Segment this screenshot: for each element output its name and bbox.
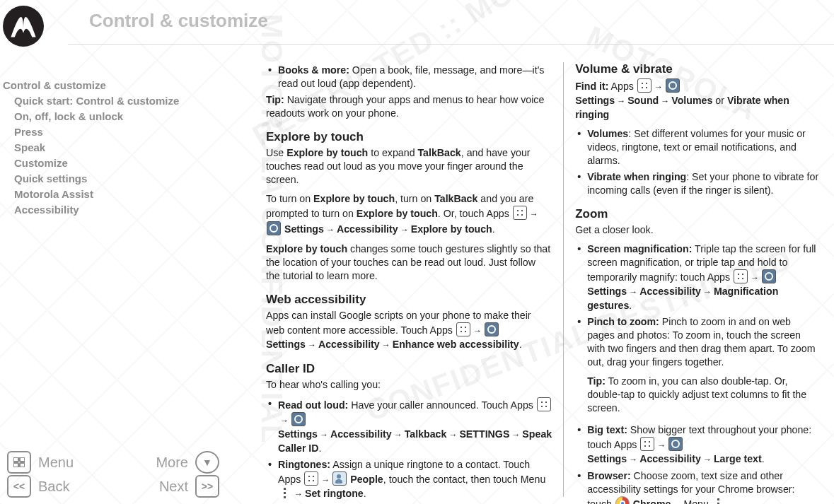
back-label: Back xyxy=(38,479,69,495)
overflow-menu-icon xyxy=(712,498,725,504)
settings-icon xyxy=(267,221,281,235)
svg-rect-0 xyxy=(13,457,18,462)
books-head: Books & more: xyxy=(278,64,349,76)
apps-icon xyxy=(640,437,654,451)
settings-icon xyxy=(291,412,306,426)
menu-button[interactable] xyxy=(7,451,31,474)
caller-intro: To hear who's calling you: xyxy=(266,378,552,392)
tip-body: Navigate through your apps and menus to … xyxy=(266,94,544,119)
caller-heading: Caller ID xyxy=(266,362,552,375)
overflow-menu-icon xyxy=(279,487,291,500)
zoom-heading: Zoom xyxy=(575,207,820,221)
chrome-icon xyxy=(615,496,630,504)
svg-rect-1 xyxy=(20,457,25,462)
sidebar-toc: Control & customizeQuick start: Control … xyxy=(0,78,184,218)
toc-link-8[interactable]: Accessibility xyxy=(0,202,184,218)
settings-icon xyxy=(485,322,499,336)
people-icon xyxy=(332,471,347,486)
back-button[interactable]: << xyxy=(7,475,31,498)
toc-link-6[interactable]: Quick settings xyxy=(0,171,184,187)
next-label: Next xyxy=(159,479,188,495)
apps-icon xyxy=(456,322,470,336)
toc-link-1[interactable]: Quick start: Control & customize xyxy=(0,93,184,109)
svg-rect-3 xyxy=(20,463,25,467)
web-heading: Web accessibility xyxy=(266,293,552,306)
toc-link-0[interactable]: Control & customize xyxy=(0,78,184,93)
apps-icon xyxy=(513,206,527,220)
settings-icon xyxy=(762,269,776,283)
content-column-right: Volume & vibrate Find it: Apps → Setting… xyxy=(564,62,831,497)
toc-link-2[interactable]: On, off, lock & unlock xyxy=(0,109,184,124)
toc-link-5[interactable]: Customize xyxy=(0,156,184,171)
settings-icon xyxy=(668,437,683,451)
toc-link-3[interactable]: Press xyxy=(0,124,184,140)
svg-rect-2 xyxy=(13,463,18,467)
next-button[interactable]: >> xyxy=(195,475,219,498)
volume-heading: Volume & vibrate xyxy=(575,62,820,76)
apps-icon xyxy=(734,269,748,283)
content-column-left: •Books & more: Open a book, file, messag… xyxy=(255,62,563,497)
page-title: Control & customize xyxy=(89,10,268,32)
motorola-logo xyxy=(3,6,44,47)
bottom-navbar: Menu More ▼ << Back Next >> xyxy=(0,450,226,498)
menu-label: Menu xyxy=(38,455,74,471)
apps-icon xyxy=(637,78,651,93)
apps-icon xyxy=(304,471,318,486)
apps-icon xyxy=(537,397,551,411)
more-button[interactable]: ▼ xyxy=(195,451,219,474)
settings-icon xyxy=(666,78,680,93)
explore-heading: Explore by touch xyxy=(266,130,552,143)
toc-link-4[interactable]: Speak xyxy=(0,140,184,156)
zoom-sub: Get a closer look. xyxy=(575,223,820,237)
toc-link-7[interactable]: Motorola Assist xyxy=(0,187,184,202)
more-label: More xyxy=(156,455,188,471)
tip-head: Tip: xyxy=(266,94,284,105)
